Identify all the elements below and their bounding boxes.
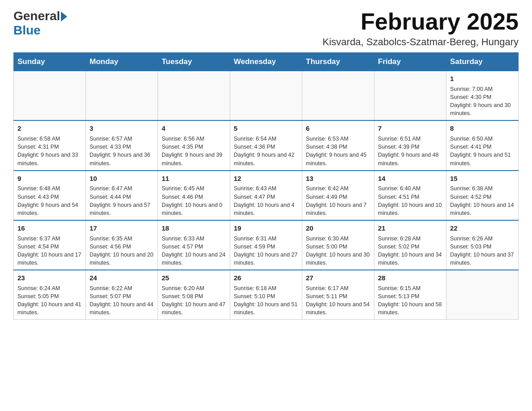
day-info: Sunrise: 6:18 AMSunset: 5:10 PMDaylight:… xyxy=(234,284,298,317)
location-subtitle: Kisvarda, Szabolcs-Szatmar-Bereg, Hungar… xyxy=(322,36,519,48)
day-number: 19 xyxy=(234,223,298,233)
day-header-friday: Friday xyxy=(374,53,446,71)
logo-blue-text: Blue xyxy=(13,23,41,38)
day-info: Sunrise: 6:26 AMSunset: 5:03 PMDaylight:… xyxy=(450,235,515,267)
day-header-thursday: Thursday xyxy=(302,53,374,71)
day-number: 10 xyxy=(90,174,154,184)
day-number: 13 xyxy=(306,174,370,184)
day-number: 20 xyxy=(306,223,370,233)
calendar-week-row: 23Sunrise: 6:24 AMSunset: 5:05 PMDayligh… xyxy=(14,270,519,320)
day-info: Sunrise: 6:48 AMSunset: 4:43 PMDaylight:… xyxy=(17,184,82,217)
calendar-week-row: 2Sunrise: 6:58 AMSunset: 4:31 PMDaylight… xyxy=(14,120,519,170)
calendar-cell: 19Sunrise: 6:31 AMSunset: 4:59 PMDayligh… xyxy=(230,220,302,270)
day-number: 11 xyxy=(162,174,226,184)
calendar-cell: 7Sunrise: 6:51 AMSunset: 4:39 PMDaylight… xyxy=(374,120,446,170)
page-header: General Blue February 2025 Kisvarda, Sza… xyxy=(13,9,519,48)
day-number: 5 xyxy=(234,124,298,133)
calendar-cell: 27Sunrise: 6:17 AMSunset: 5:11 PMDayligh… xyxy=(302,270,374,320)
calendar-cell xyxy=(302,71,374,121)
calendar-cell: 26Sunrise: 6:18 AMSunset: 5:10 PMDayligh… xyxy=(230,270,302,320)
day-info: Sunrise: 6:24 AMSunset: 5:05 PMDaylight:… xyxy=(17,284,82,317)
title-area: February 2025 Kisvarda, Szabolcs-Szatmar… xyxy=(322,9,519,48)
calendar-cell xyxy=(374,71,446,121)
day-header-saturday: Saturday xyxy=(446,53,519,71)
calendar-cell: 6Sunrise: 6:53 AMSunset: 4:38 PMDaylight… xyxy=(302,120,374,170)
day-info: Sunrise: 6:28 AMSunset: 5:02 PMDaylight:… xyxy=(378,235,442,267)
day-header-tuesday: Tuesday xyxy=(158,53,230,71)
day-info: Sunrise: 6:22 AMSunset: 5:07 PMDaylight:… xyxy=(90,284,154,317)
calendar-cell xyxy=(446,270,519,320)
calendar-table: SundayMondayTuesdayWednesdayThursdayFrid… xyxy=(13,52,519,320)
calendar-cell: 28Sunrise: 6:15 AMSunset: 5:13 PMDayligh… xyxy=(374,270,446,320)
day-number: 2 xyxy=(17,124,82,133)
logo-general-text: General xyxy=(13,9,60,23)
day-info: Sunrise: 6:57 AMSunset: 4:33 PMDaylight:… xyxy=(90,135,154,167)
day-info: Sunrise: 6:31 AMSunset: 4:59 PMDaylight:… xyxy=(234,235,298,267)
day-info: Sunrise: 6:58 AMSunset: 4:31 PMDaylight:… xyxy=(17,135,82,167)
day-number: 17 xyxy=(90,223,154,233)
day-number: 27 xyxy=(306,273,370,283)
calendar-cell xyxy=(158,71,230,121)
day-number: 26 xyxy=(234,273,298,283)
day-number: 28 xyxy=(378,273,442,283)
day-info: Sunrise: 6:51 AMSunset: 4:39 PMDaylight:… xyxy=(378,135,442,167)
day-info: Sunrise: 6:54 AMSunset: 4:36 PMDaylight:… xyxy=(234,135,298,167)
day-info: Sunrise: 7:00 AMSunset: 4:30 PMDaylight:… xyxy=(450,85,515,118)
day-info: Sunrise: 6:15 AMSunset: 5:13 PMDaylight:… xyxy=(378,284,442,317)
logo-arrow-icon xyxy=(61,12,67,21)
day-info: Sunrise: 6:17 AMSunset: 5:11 PMDaylight:… xyxy=(306,284,370,317)
day-header-sunday: Sunday xyxy=(14,53,86,71)
calendar-cell: 1Sunrise: 7:00 AMSunset: 4:30 PMDaylight… xyxy=(446,71,519,121)
day-info: Sunrise: 6:50 AMSunset: 4:41 PMDaylight:… xyxy=(450,135,515,167)
day-info: Sunrise: 6:47 AMSunset: 4:44 PMDaylight:… xyxy=(90,184,154,217)
calendar-cell: 24Sunrise: 6:22 AMSunset: 5:07 PMDayligh… xyxy=(86,270,158,320)
day-info: Sunrise: 6:40 AMSunset: 4:51 PMDaylight:… xyxy=(378,184,442,217)
calendar-cell: 11Sunrise: 6:45 AMSunset: 4:46 PMDayligh… xyxy=(158,171,230,220)
calendar-cell: 22Sunrise: 6:26 AMSunset: 5:03 PMDayligh… xyxy=(446,220,519,270)
calendar-cell xyxy=(230,71,302,121)
logo: General Blue xyxy=(13,9,67,38)
calendar-cell xyxy=(14,71,86,121)
calendar-cell: 13Sunrise: 6:42 AMSunset: 4:49 PMDayligh… xyxy=(302,171,374,220)
calendar-cell: 17Sunrise: 6:35 AMSunset: 4:56 PMDayligh… xyxy=(86,220,158,270)
month-title: February 2025 xyxy=(322,9,519,34)
calendar-cell: 18Sunrise: 6:33 AMSunset: 4:57 PMDayligh… xyxy=(158,220,230,270)
day-info: Sunrise: 6:56 AMSunset: 4:35 PMDaylight:… xyxy=(162,135,226,167)
calendar-cell: 9Sunrise: 6:48 AMSunset: 4:43 PMDaylight… xyxy=(14,171,86,220)
calendar-cell: 25Sunrise: 6:20 AMSunset: 5:08 PMDayligh… xyxy=(158,270,230,320)
day-info: Sunrise: 6:33 AMSunset: 4:57 PMDaylight:… xyxy=(162,235,226,267)
calendar-cell: 12Sunrise: 6:43 AMSunset: 4:47 PMDayligh… xyxy=(230,171,302,220)
day-info: Sunrise: 6:30 AMSunset: 5:00 PMDaylight:… xyxy=(306,235,370,267)
calendar-cell: 3Sunrise: 6:57 AMSunset: 4:33 PMDaylight… xyxy=(86,120,158,170)
day-number: 22 xyxy=(450,223,515,233)
day-number: 8 xyxy=(450,124,515,133)
day-number: 3 xyxy=(90,124,154,133)
day-number: 24 xyxy=(90,273,154,283)
calendar-week-row: 1Sunrise: 7:00 AMSunset: 4:30 PMDaylight… xyxy=(14,71,519,121)
day-info: Sunrise: 6:37 AMSunset: 4:54 PMDaylight:… xyxy=(17,235,82,267)
calendar-cell: 15Sunrise: 6:38 AMSunset: 4:52 PMDayligh… xyxy=(446,171,519,220)
calendar-week-row: 16Sunrise: 6:37 AMSunset: 4:54 PMDayligh… xyxy=(14,220,519,270)
calendar-cell: 20Sunrise: 6:30 AMSunset: 5:00 PMDayligh… xyxy=(302,220,374,270)
calendar-cell: 5Sunrise: 6:54 AMSunset: 4:36 PMDaylight… xyxy=(230,120,302,170)
day-info: Sunrise: 6:42 AMSunset: 4:49 PMDaylight:… xyxy=(306,184,370,217)
calendar-cell: 2Sunrise: 6:58 AMSunset: 4:31 PMDaylight… xyxy=(14,120,86,170)
calendar-cell: 10Sunrise: 6:47 AMSunset: 4:44 PMDayligh… xyxy=(86,171,158,220)
calendar-cell: 21Sunrise: 6:28 AMSunset: 5:02 PMDayligh… xyxy=(374,220,446,270)
day-number: 14 xyxy=(378,174,442,184)
calendar-week-row: 9Sunrise: 6:48 AMSunset: 4:43 PMDaylight… xyxy=(14,171,519,220)
calendar-cell: 14Sunrise: 6:40 AMSunset: 4:51 PMDayligh… xyxy=(374,171,446,220)
day-info: Sunrise: 6:20 AMSunset: 5:08 PMDaylight:… xyxy=(162,284,226,317)
day-number: 15 xyxy=(450,174,515,184)
day-info: Sunrise: 6:43 AMSunset: 4:47 PMDaylight:… xyxy=(234,184,298,217)
day-number: 16 xyxy=(17,223,82,233)
day-number: 25 xyxy=(162,273,226,283)
day-info: Sunrise: 6:45 AMSunset: 4:46 PMDaylight:… xyxy=(162,184,226,217)
day-number: 21 xyxy=(378,223,442,233)
calendar-header-row: SundayMondayTuesdayWednesdayThursdayFrid… xyxy=(14,53,519,71)
calendar-cell: 23Sunrise: 6:24 AMSunset: 5:05 PMDayligh… xyxy=(14,270,86,320)
calendar-cell: 4Sunrise: 6:56 AMSunset: 4:35 PMDaylight… xyxy=(158,120,230,170)
day-number: 1 xyxy=(450,74,515,84)
day-number: 7 xyxy=(378,124,442,133)
day-number: 4 xyxy=(162,124,226,133)
